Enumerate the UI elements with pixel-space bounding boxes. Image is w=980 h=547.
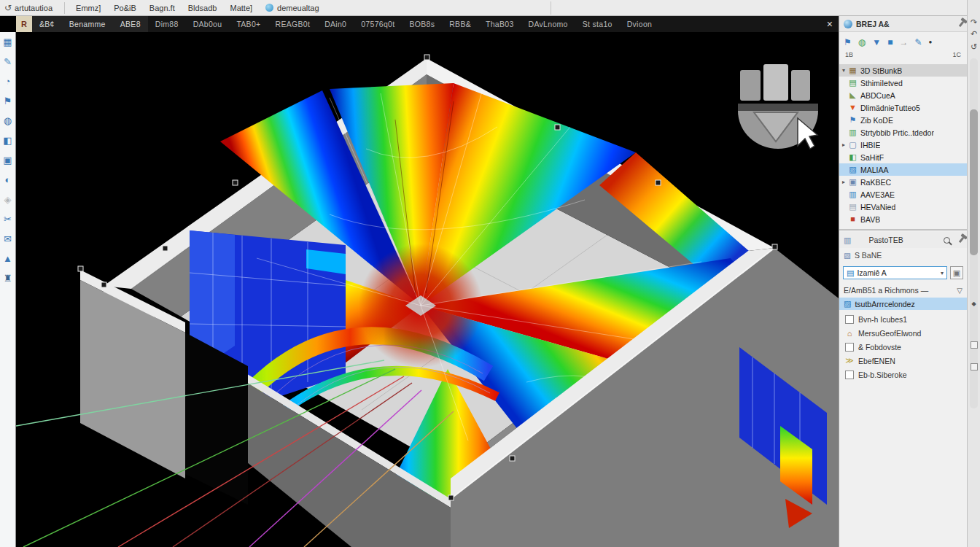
menu-item-4[interactable]: Bldsadb [182, 0, 224, 15]
main-menu-item-13[interactable]: DAvLnomo [521, 16, 575, 32]
panel-title: BREJ A& [856, 20, 890, 28]
menu-item-2[interactable]: Po&iB [107, 0, 143, 15]
clipboard-button[interactable]: ▣ [950, 266, 963, 279]
close-icon[interactable]: × [827, 19, 833, 29]
tree-item-13[interactable]: ■ BAVB [839, 213, 967, 225]
application-window: ↺ artutautioa Emmz] Po&iB Bagn.ft Bldsad… [0, 0, 980, 547]
section-icon[interactable]: ◧ [2, 135, 14, 147]
filter-icon[interactable]: ▼ [872, 36, 881, 49]
sheet-icon: ▤ [847, 268, 854, 278]
selected-result-row[interactable]: ▨ tsutbArrrcelondez [839, 298, 967, 310]
list-item[interactable]: & Fobdovste [839, 340, 967, 354]
main-menu-item-11[interactable]: RBB& [442, 16, 478, 32]
strip-button[interactable] [971, 341, 978, 349]
tree-item-2[interactable]: ▤ SthimiIetved [839, 77, 967, 89]
model-view-icon[interactable]: ▦ [2, 36, 14, 48]
checkbox[interactable] [845, 343, 854, 352]
folder-red-icon: ■ [848, 214, 858, 224]
panel-icon[interactable]: ▣ [2, 155, 14, 166]
chevron-right-icon[interactable]: ▸ [839, 179, 848, 185]
chart-icon: ▨ [844, 299, 851, 309]
main-menu-item-1[interactable]: &B¢ [32, 16, 62, 32]
strip-button[interactable] [971, 363, 978, 371]
globe-icon[interactable]: ◍ [858, 36, 866, 49]
solid-icon[interactable]: ◈ [2, 194, 14, 206]
main-menu-item-8[interactable]: DAin0 [317, 16, 354, 32]
app-logo-tile[interactable]: R [16, 16, 32, 32]
tree-item-7[interactable]: ▸ ▢ IHBIE [839, 139, 967, 151]
main-menu-item-15[interactable]: Dvioon [620, 16, 659, 32]
main-menu-item-2[interactable]: Benamme [62, 16, 113, 32]
main-menu-item-14[interactable]: St sta1o [575, 16, 620, 32]
result-type-combobox[interactable]: ▤ Izamiê A ▾ [843, 266, 947, 279]
pin-icon[interactable] [959, 20, 964, 26]
tree-item-4[interactable]: ▼ DlimädnieTutteo5 [839, 101, 967, 114]
search-icon[interactable] [944, 237, 950, 244]
main-menu-item-10[interactable]: BOB8s [402, 16, 442, 32]
tree-item-1[interactable]: ▾ ▦ 3D StBunkB [839, 64, 967, 77]
main-menu-item-6[interactable]: TAB0+ [229, 16, 268, 32]
columns-icon[interactable]: ▥ [844, 236, 851, 245]
tree-item-3[interactable]: ◣ ABDCueA [839, 89, 967, 101]
main-menu-item-9[interactable]: 07576q0t [354, 16, 402, 32]
palette-icon: ◧ [848, 152, 858, 162]
edit-icon[interactable]: ✎ [2, 56, 14, 68]
redo-icon[interactable]: ↷ [968, 18, 980, 27]
tree-item-9-selected[interactable]: ▨ MALIAA [839, 163, 967, 176]
tree-item-8[interactable]: ◧ SaHitF [839, 151, 967, 163]
menu-item-right[interactable]: demeualtag [259, 4, 326, 12]
panel-header: BREJ A& [839, 16, 967, 32]
tree-item-5[interactable]: ⚑ Zib KoDE [839, 114, 967, 126]
pencil-icon[interactable]: ✎ [914, 36, 922, 49]
pin-icon[interactable] [959, 237, 964, 243]
filter-row[interactable]: E/AmB51 a Richmons — ▽ [839, 284, 967, 296]
globe-tool-icon[interactable]: ◍ [2, 115, 14, 127]
cube-icon[interactable]: ■ [887, 36, 892, 49]
mail-icon[interactable]: ✉ [2, 233, 14, 245]
sheet-icon: ▤ [848, 78, 858, 88]
scrollbar-thumb[interactable] [970, 109, 978, 255]
panel-divider [839, 229, 967, 231]
list-item[interactable]: ≫ EbefENEN [839, 354, 967, 368]
more-icon[interactable]: ● [928, 36, 932, 49]
flag-icon[interactable]: ⚑ [844, 36, 852, 49]
structure-icon[interactable]: ♜ [2, 273, 14, 284]
viewport-3d[interactable] [16, 32, 839, 547]
arrow-icon[interactable]: → [899, 36, 908, 49]
tree-item-6[interactable]: ▥ Strtybbib Prtic..tdedor [839, 126, 967, 139]
list-item[interactable]: Eb-b.Siberoke [839, 368, 967, 381]
chevron-down-icon[interactable]: ▾ [839, 67, 848, 74]
list-item[interactable]: ⌂ MersuGeofElwond [839, 326, 967, 340]
chevron-right-icon[interactable]: ▸ [839, 141, 848, 148]
menu-item-1[interactable]: Emmz] [69, 0, 107, 15]
main-menu-bar: &B¢ Benamme ABE8 Dim88 DAb0ou TAB0+ REAG… [32, 16, 839, 32]
tree-item-11[interactable]: ▥ AAVE3AE [839, 188, 967, 201]
checkbox[interactable] [845, 371, 854, 379]
menu-item-5[interactable]: Matte] [223, 0, 259, 15]
menu-item-3[interactable]: Bagn.ft [143, 0, 182, 15]
triangle-icon[interactable]: ▲ [2, 253, 14, 265]
menubar: ↺ artutautioa Emmz] Po&iB Bagn.ft Bldsad… [0, 0, 980, 16]
mini-label-right: 1C [952, 51, 961, 61]
flag-tool-icon[interactable]: ⚑ [2, 96, 14, 107]
main-menu-item-12[interactable]: ThaB03 [478, 16, 521, 32]
contrast-icon[interactable]: ◐ [2, 174, 14, 186]
chevron-down-icon[interactable]: ▾ [941, 270, 944, 276]
checkbox[interactable] [845, 315, 854, 324]
render-icon[interactable]: ◔ [2, 76, 14, 88]
main-menu-item-3[interactable]: ABE8 [113, 16, 148, 32]
cut-icon[interactable]: ✂ [2, 214, 14, 225]
funnel-icon[interactable]: ▽ [957, 287, 962, 295]
model-canvas[interactable] [16, 32, 839, 547]
main-menu-item-7[interactable]: REAGB0t [268, 16, 318, 32]
tree-item-10[interactable]: ▸ ▣ RaKBEC [839, 176, 967, 188]
app-logo-glyph: R [21, 20, 27, 28]
list-item[interactable]: Bvn-h Icubes1 [839, 312, 967, 326]
refresh-icon[interactable]: ↺ [968, 42, 980, 52]
diamond-icon[interactable]: ◆ [968, 300, 980, 307]
undo-icon[interactable]: ↶ [968, 29, 980, 39]
main-menu-item-5[interactable]: DAb0ou [186, 16, 230, 32]
app-menu-button[interactable]: ↺ artutautioa [0, 0, 60, 15]
main-menu-item-4[interactable]: Dim88 [148, 16, 186, 32]
tree-item-12[interactable]: ▤ HEVaNied [839, 201, 967, 213]
